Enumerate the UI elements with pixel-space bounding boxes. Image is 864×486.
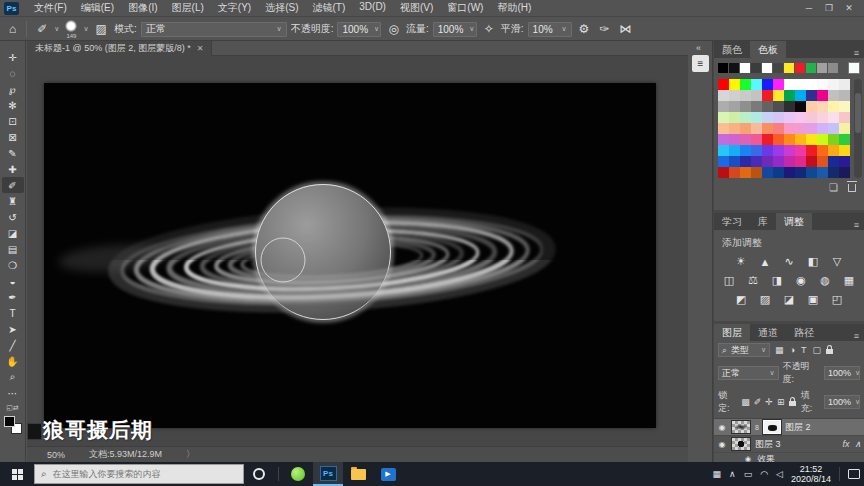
tab-paths[interactable]: 路径: [786, 324, 822, 341]
taskbar-clock[interactable]: 21:52 2020/8/14: [791, 464, 831, 485]
swatch[interactable]: [795, 79, 806, 90]
status-options-arrow[interactable]: 〉: [186, 448, 195, 461]
lock-position-icon[interactable]: ✛: [765, 397, 773, 407]
swatch[interactable]: [773, 145, 784, 156]
speaker-icon[interactable]: ◁: [776, 469, 783, 479]
swatch[interactable]: [762, 156, 773, 167]
swatch[interactable]: [751, 79, 762, 90]
line-tool[interactable]: ╱: [2, 337, 24, 353]
brush-tool-icon[interactable]: ✐: [34, 22, 50, 36]
filter-image-icon[interactable]: ▦: [775, 345, 784, 355]
swatch[interactable]: [806, 134, 817, 145]
edit-toolbar[interactable]: ⋯: [2, 385, 24, 401]
swatch[interactable]: [773, 134, 784, 145]
swatch[interactable]: [784, 145, 795, 156]
swatch[interactable]: [828, 90, 839, 101]
recent-swatch[interactable]: [718, 63, 728, 73]
swatch[interactable]: [784, 123, 795, 134]
swatch[interactable]: [828, 79, 839, 90]
menu-item[interactable]: 3D(D): [352, 1, 393, 15]
swatch[interactable]: [718, 123, 729, 134]
layer-name[interactable]: 图层 2: [785, 421, 811, 434]
swatch[interactable]: [784, 101, 795, 112]
tab-learn[interactable]: 学习: [714, 213, 750, 230]
cortana-button[interactable]: [244, 462, 274, 486]
menu-item[interactable]: 编辑(E): [74, 1, 121, 15]
swatch[interactable]: [762, 145, 773, 156]
swatch[interactable]: [795, 112, 806, 123]
menu-item[interactable]: 选择(S): [258, 1, 305, 15]
swatch[interactable]: [817, 134, 828, 145]
tab-layers[interactable]: 图层: [714, 324, 750, 341]
delete-swatch-icon[interactable]: [848, 184, 856, 192]
swatch[interactable]: [784, 112, 795, 123]
swatch[interactable]: [795, 101, 806, 112]
swatch[interactable]: [839, 167, 850, 178]
layer-fx-badge[interactable]: fx: [842, 439, 849, 449]
swatch[interactable]: [828, 123, 839, 134]
swatch[interactable]: [718, 145, 729, 156]
dodge-tool[interactable]: ◒: [2, 273, 24, 289]
swatch[interactable]: [751, 123, 762, 134]
swatch[interactable]: [762, 123, 773, 134]
foreground-color-swatch[interactable]: [4, 416, 15, 427]
marquee-tool[interactable]: ◌: [2, 65, 24, 81]
swatch[interactable]: [839, 123, 850, 134]
swatch[interactable]: [762, 134, 773, 145]
wifi-icon[interactable]: ◠: [760, 469, 768, 479]
swatch[interactable]: [839, 79, 850, 90]
swatch[interactable]: [751, 134, 762, 145]
minimize-button[interactable]: ─: [800, 3, 818, 13]
threshold-icon[interactable]: ◪: [782, 293, 797, 306]
tab-channels[interactable]: 通道: [750, 324, 786, 341]
swatch[interactable]: [729, 156, 740, 167]
new-swatch-icon[interactable]: ❏: [829, 182, 838, 193]
blur-tool[interactable]: ❍: [2, 257, 24, 273]
swatch[interactable]: [795, 156, 806, 167]
swatch[interactable]: [817, 123, 828, 134]
search-input[interactable]: [53, 469, 223, 479]
swatch[interactable]: [773, 101, 784, 112]
swatch[interactable]: [839, 145, 850, 156]
swatch[interactable]: [773, 112, 784, 123]
swatch[interactable]: [762, 79, 773, 90]
swatch[interactable]: [828, 112, 839, 123]
lock-all-icon[interactable]: [789, 401, 795, 406]
swatch[interactable]: [806, 79, 817, 90]
menu-item[interactable]: 图层(L): [165, 1, 211, 15]
filter-adjustment-icon[interactable]: ◑: [790, 345, 795, 355]
filter-shape-icon[interactable]: ▢: [812, 345, 821, 355]
swatch[interactable]: [718, 112, 729, 123]
chevron-down-icon[interactable]: ∨: [54, 25, 59, 33]
menu-item[interactable]: 视图(V): [393, 1, 440, 15]
swatch[interactable]: [740, 90, 751, 101]
swatch[interactable]: [729, 145, 740, 156]
lock-artboard-icon[interactable]: ⊞: [777, 397, 785, 407]
black-white-icon[interactable]: ◨: [770, 274, 785, 287]
swatch[interactable]: [718, 167, 729, 178]
swatch[interactable]: [740, 167, 751, 178]
swatch[interactable]: [795, 123, 806, 134]
swatch[interactable]: [817, 145, 828, 156]
swatch[interactable]: [751, 112, 762, 123]
swatch[interactable]: [795, 145, 806, 156]
tab-libraries[interactable]: 库: [750, 213, 776, 230]
swatch[interactable]: [795, 134, 806, 145]
menu-item[interactable]: 图像(I): [121, 1, 164, 15]
opacity-select[interactable]: 100% ∨: [337, 22, 381, 37]
tab-swatches[interactable]: 色板: [750, 41, 786, 58]
collapse-panels-icon[interactable]: «: [696, 43, 701, 53]
swatch[interactable]: [839, 90, 850, 101]
layer-mask-thumbnail[interactable]: [763, 420, 781, 434]
swatch[interactable]: [718, 156, 729, 167]
pen-tool[interactable]: ✒: [2, 289, 24, 305]
swatch[interactable]: [839, 101, 850, 112]
toggle-brush-panel-icon[interactable]: ▨: [93, 22, 110, 36]
visibility-eye-icon[interactable]: ◉: [717, 423, 727, 432]
swatch[interactable]: [729, 101, 740, 112]
swatch[interactable]: [828, 156, 839, 167]
recent-swatch[interactable]: [729, 63, 739, 73]
battery-icon[interactable]: ▭: [744, 469, 753, 479]
recent-swatch[interactable]: [773, 63, 783, 73]
recent-swatch[interactable]: [795, 63, 805, 73]
